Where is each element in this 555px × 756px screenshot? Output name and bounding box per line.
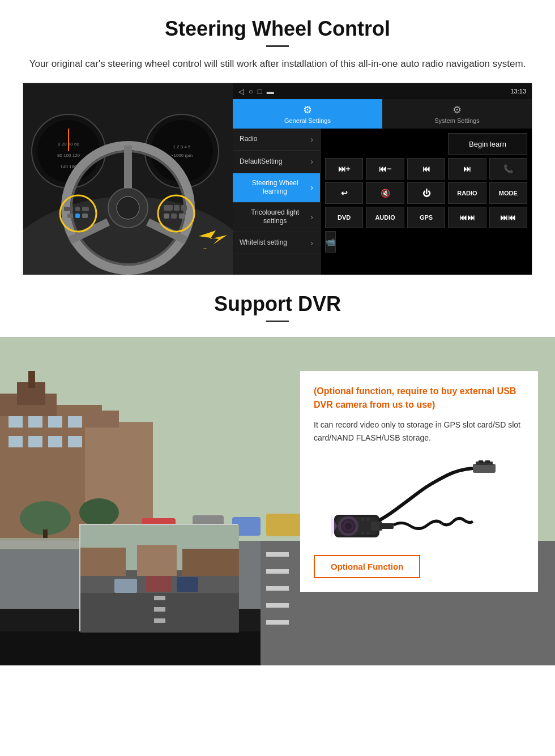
menu-item-default[interactable]: DefaultSetting › bbox=[233, 151, 320, 173]
svg-point-52 bbox=[79, 498, 119, 527]
menu-icon[interactable]: ▬ bbox=[267, 87, 274, 96]
chevron-icon-2: › bbox=[310, 156, 313, 166]
svg-rect-81 bbox=[137, 545, 177, 576]
chevron-icon-3: › bbox=[310, 182, 313, 193]
dvr-title-area: Support DVR bbox=[0, 275, 555, 337]
tab-system-settings[interactable]: ⚙ System Settings bbox=[382, 99, 532, 129]
svg-rect-40 bbox=[8, 416, 23, 428]
dvr-optional-text: (Optional function, require to buy exter… bbox=[314, 385, 524, 412]
power-button[interactable]: ⏻ bbox=[407, 182, 445, 204]
thumbnail-scene bbox=[80, 525, 239, 633]
svg-point-18 bbox=[117, 197, 139, 219]
menu-steering-label: Steering Wheel learning bbox=[240, 179, 310, 197]
begin-learn-row: Begin learn bbox=[325, 133, 527, 155]
svg-rect-47 bbox=[68, 436, 82, 447]
svg-rect-22 bbox=[75, 207, 80, 211]
menu-item-whitelist[interactable]: Whitelist setting › bbox=[233, 232, 320, 254]
svg-rect-46 bbox=[48, 436, 62, 447]
svg-rect-56 bbox=[266, 586, 289, 591]
title-divider bbox=[266, 45, 289, 47]
svg-point-96 bbox=[338, 516, 358, 536]
svg-rect-98 bbox=[379, 523, 394, 529]
svg-point-92 bbox=[361, 518, 364, 521]
svg-text:→: → bbox=[202, 245, 208, 251]
steering-demo: 0 20 40 60 80 100 120 140 160 1 2 3 4 5 … bbox=[23, 83, 532, 275]
dvr-camera-image bbox=[314, 455, 524, 546]
svg-rect-83 bbox=[473, 464, 496, 473]
svg-rect-79 bbox=[177, 577, 198, 592]
svg-rect-21 bbox=[64, 207, 73, 211]
dvr-description: It can record video only to storage in G… bbox=[314, 418, 524, 444]
android-ui: ◁ ○ □ ▬ 13:13 ⚙ General Settings ⚙ Syste… bbox=[233, 83, 532, 275]
mode-button[interactable]: MODE bbox=[489, 182, 527, 204]
next-track-button[interactable]: ⏭ bbox=[448, 158, 486, 180]
phone-button[interactable]: 📞 bbox=[489, 158, 527, 180]
control-panel: Begin learn ⏭+ ⏮− ⏮ ⏭ 📞 ↩ bbox=[321, 129, 532, 275]
next-mix-button[interactable]: ⏭⏮ bbox=[489, 207, 527, 228]
menu-radio-label: Radio bbox=[240, 135, 257, 144]
gps-button[interactable]: GPS bbox=[407, 207, 445, 228]
tab-general-settings[interactable]: ⚙ General Settings bbox=[233, 99, 382, 129]
svg-rect-24 bbox=[67, 213, 73, 218]
steering-title: Steering Wheel Control bbox=[23, 17, 532, 41]
dvr-info-box: (Optional function, require to buy exter… bbox=[300, 371, 538, 592]
menu-item-tricoloured[interactable]: Tricoloured light settings › bbox=[233, 203, 320, 232]
dvr-camera-svg bbox=[328, 458, 510, 543]
dvd-button[interactable]: DVD bbox=[325, 207, 363, 228]
steering-section: Steering Wheel Control Your original car… bbox=[0, 0, 555, 275]
svg-text:1 2 3 4 5: 1 2 3 4 5 bbox=[173, 144, 191, 150]
svg-rect-27 bbox=[164, 205, 173, 211]
svg-rect-26 bbox=[82, 213, 88, 218]
svg-rect-25 bbox=[75, 213, 80, 218]
tab-system-label: System Settings bbox=[434, 117, 479, 124]
begin-learn-button[interactable]: Begin learn bbox=[448, 133, 527, 155]
control-grid: ⏭+ ⏮− ⏮ ⏭ 📞 ↩ 🔇 ⏻ RADIO MODE bbox=[325, 158, 527, 253]
ctrl-row-4: 📹 bbox=[325, 231, 527, 253]
svg-rect-82 bbox=[182, 549, 239, 576]
tab-general-label: General Settings bbox=[284, 117, 331, 124]
hang-up-button[interactable]: ↩ bbox=[325, 182, 363, 204]
recents-icon[interactable]: □ bbox=[258, 87, 262, 96]
svg-rect-55 bbox=[266, 569, 289, 574]
back-icon[interactable]: ◁ bbox=[238, 87, 244, 96]
svg-rect-74 bbox=[154, 596, 165, 600]
prev-mix-button[interactable]: ⏮⏭ bbox=[448, 207, 486, 228]
ctrl-row-2: ↩ 🔇 ⏻ RADIO MODE bbox=[325, 182, 527, 204]
svg-text:×1000 rpm: ×1000 rpm bbox=[171, 153, 193, 158]
android-statusbar: ◁ ○ □ ▬ 13:13 bbox=[233, 83, 532, 99]
svg-rect-41 bbox=[28, 416, 42, 428]
svg-rect-39 bbox=[28, 371, 35, 388]
svg-rect-31 bbox=[171, 213, 177, 219]
svg-point-94 bbox=[361, 531, 364, 535]
svg-rect-63 bbox=[266, 514, 300, 536]
street-background: (Optional function, require to buy exter… bbox=[0, 337, 555, 665]
menu-tricoloured-label: Tricoloured light settings bbox=[240, 208, 310, 226]
dvr-button[interactable]: 📹 bbox=[325, 231, 336, 253]
svg-rect-78 bbox=[146, 576, 171, 592]
svg-rect-23 bbox=[82, 207, 89, 211]
vol-up-button[interactable]: ⏭+ bbox=[325, 158, 363, 180]
home-icon[interactable]: ○ bbox=[249, 87, 253, 96]
optional-function-label: Optional Function bbox=[314, 555, 420, 578]
svg-rect-32 bbox=[179, 213, 185, 219]
svg-rect-57 bbox=[266, 603, 289, 608]
radio-button[interactable]: RADIO bbox=[448, 182, 486, 204]
settings-icon: ⚙ bbox=[303, 104, 312, 116]
prev-track-button[interactable]: ⏮ bbox=[407, 158, 445, 180]
menu-item-radio[interactable]: Radio › bbox=[233, 129, 320, 151]
chevron-icon-5: › bbox=[310, 238, 313, 248]
mute-button[interactable]: 🔇 bbox=[366, 182, 404, 204]
menu-default-label: DefaultSetting bbox=[240, 157, 282, 166]
audio-button[interactable]: AUDIO bbox=[366, 207, 404, 228]
vol-down-button[interactable]: ⏮− bbox=[366, 158, 404, 180]
dvr-thumbnail bbox=[79, 524, 238, 631]
optional-function-button[interactable]: Optional Function bbox=[314, 555, 524, 578]
svg-rect-49 bbox=[85, 411, 119, 428]
dvr-bg-overlay: (Optional function, require to buy exter… bbox=[0, 337, 555, 665]
chevron-icon: › bbox=[310, 134, 313, 144]
svg-rect-54 bbox=[266, 552, 289, 557]
svg-rect-76 bbox=[154, 618, 165, 623]
ctrl-row-1: ⏭+ ⏮− ⏮ ⏭ 📞 bbox=[325, 158, 527, 180]
svg-text:80 100 120: 80 100 120 bbox=[57, 153, 80, 158]
menu-item-steering[interactable]: Steering Wheel learning › bbox=[233, 173, 320, 203]
